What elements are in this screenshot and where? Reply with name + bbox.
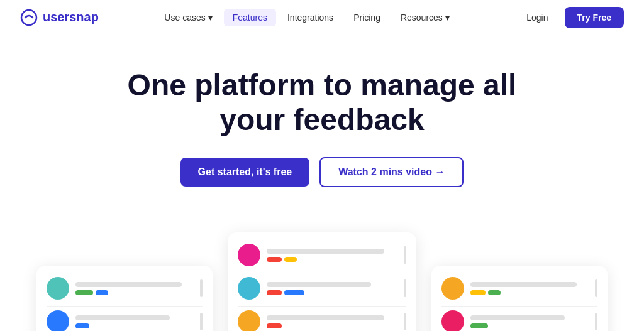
avatar-orange	[441, 277, 464, 300]
pill-green	[488, 290, 501, 295]
nav-pricing[interactable]: Pricing	[345, 9, 389, 26]
pill-group	[470, 323, 589, 328]
card-lines-2	[75, 315, 194, 328]
line	[75, 315, 170, 320]
pill-group	[267, 323, 397, 328]
line	[75, 282, 182, 287]
svg-point-0	[21, 10, 36, 25]
avatar-2	[47, 310, 69, 331]
avatar-pink	[238, 244, 260, 266]
side-line	[404, 313, 406, 330]
nav-use-cases[interactable]: Use cases ▾	[155, 9, 221, 26]
ratings-card	[431, 266, 608, 331]
get-started-button[interactable]: Get started, it's free	[180, 158, 310, 187]
card-row-2	[238, 277, 406, 300]
bugs-card-wrapper: Bugs & issues	[228, 232, 416, 331]
card-divider	[47, 306, 203, 307]
card-row-1	[441, 277, 597, 300]
pill-green	[470, 323, 488, 328]
side-line	[404, 246, 406, 264]
chevron-down-icon: ▾	[445, 13, 450, 23]
line	[267, 249, 384, 254]
card-lines	[267, 282, 397, 295]
pill-group-2	[75, 323, 194, 328]
card-divider	[238, 273, 406, 273]
nav-features[interactable]: Features	[224, 9, 276, 26]
ideas-card	[36, 266, 213, 331]
side-line	[200, 313, 203, 330]
logo-icon	[20, 9, 38, 26]
side-line	[200, 279, 203, 297]
hero-title: One platform to manage all your feedback	[121, 68, 523, 137]
card-row-2	[47, 310, 203, 331]
pill-red	[267, 290, 282, 295]
card-row-1	[47, 277, 203, 300]
nav-actions: Login Try Free	[515, 7, 624, 28]
pill-red	[267, 257, 282, 262]
card-divider	[238, 306, 406, 307]
hero-buttons: Get started, it's free Watch 2 mins vide…	[13, 157, 631, 187]
nav-resources[interactable]: Resources ▾	[392, 9, 458, 26]
card-divider	[441, 306, 597, 307]
card-lines	[470, 315, 589, 328]
card-lines	[470, 282, 589, 295]
card-row-1	[238, 244, 406, 266]
watch-video-button[interactable]: Watch 2 mins video →	[319, 157, 464, 187]
try-free-button[interactable]: Try Free	[565, 7, 624, 28]
avatar-orange	[238, 310, 260, 331]
pill-blue	[96, 290, 108, 295]
pill-blue	[284, 290, 304, 295]
chevron-down-icon: ▾	[208, 13, 213, 23]
pill-green	[75, 290, 93, 295]
nav-integrations[interactable]: Integrations	[279, 9, 342, 26]
avatar-teal	[238, 277, 260, 300]
ideas-card-wrapper: Ideas & requests	[36, 266, 213, 331]
card-lines	[267, 315, 397, 328]
line	[470, 282, 577, 287]
pill-group-1	[75, 290, 194, 295]
line	[470, 315, 565, 320]
avatar-1	[47, 277, 69, 300]
pill-red	[267, 323, 282, 328]
pill-group	[267, 257, 397, 262]
logo-text: usersnap	[43, 10, 99, 24]
avatar-magenta	[441, 310, 464, 331]
pill-yellow	[284, 257, 297, 262]
login-button[interactable]: Login	[515, 8, 559, 28]
hero-section: One platform to manage all your feedback…	[0, 35, 644, 207]
nav-links: Use cases ▾ Features Integrations Pricin…	[155, 9, 458, 26]
side-line	[404, 279, 406, 297]
side-line	[595, 313, 597, 330]
ratings-card-wrapper: Ratings & customer experience	[431, 266, 608, 331]
card-lines-1	[75, 282, 194, 295]
card-lines	[267, 249, 397, 262]
card-row-2	[441, 310, 597, 331]
pill-group	[267, 290, 397, 295]
line	[267, 315, 384, 320]
bugs-card	[228, 232, 416, 331]
pill-blue	[75, 323, 89, 328]
line	[267, 282, 371, 287]
pill-group	[470, 290, 589, 295]
side-line	[595, 279, 597, 297]
card-row-3	[238, 310, 406, 331]
navbar: usersnap Use cases ▾ Features Integratio…	[0, 0, 644, 35]
feature-cards: Ideas & requests	[0, 207, 644, 331]
logo[interactable]: usersnap	[20, 9, 99, 26]
pill-yellow	[470, 290, 486, 295]
